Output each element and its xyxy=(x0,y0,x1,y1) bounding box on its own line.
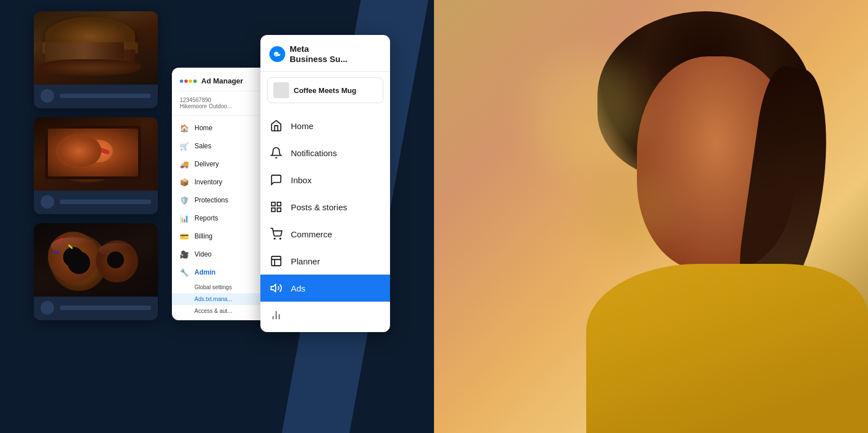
google-ads-logo xyxy=(180,79,197,83)
home-icon: 🏠 xyxy=(180,123,189,132)
svg-rect-5 xyxy=(272,208,275,211)
ad-manager-title: Ad Manager xyxy=(201,77,243,85)
food-card-curry xyxy=(34,117,158,214)
account-id: 1234567890 xyxy=(180,97,271,103)
meta-planner-icon xyxy=(269,254,283,268)
delivery-icon: 🚚 xyxy=(180,160,189,169)
card-dot xyxy=(41,89,54,103)
svg-rect-6 xyxy=(277,208,281,211)
video-icon: 🎥 xyxy=(180,250,189,259)
meta-title-line1: Meta xyxy=(290,44,309,54)
meta-nav-inbox[interactable]: Inbox xyxy=(260,166,390,193)
donut-image xyxy=(34,223,158,297)
meta-nav-home[interactable]: Home xyxy=(260,112,390,139)
food-card-burger xyxy=(34,11,158,108)
global-settings-label: Global settings xyxy=(194,284,232,290)
meta-nav-notifications[interactable]: Notifications xyxy=(260,139,390,166)
card-line xyxy=(60,200,151,204)
business-name-label: Coffee Meets Mug xyxy=(294,86,356,95)
meta-logo-icon: ⊕ xyxy=(272,49,282,59)
meta-business-panel: ⊕ Meta Business Su... Coffee Meets Mug H… xyxy=(260,35,390,332)
meta-nav-commerce-label: Commerce xyxy=(291,229,332,239)
meta-nav: Home Notifications Inbox xyxy=(260,109,390,332)
meta-nav-posts[interactable]: Posts & stories xyxy=(260,193,390,220)
ad-nav-sales-label: Sales xyxy=(194,142,211,150)
business-selector[interactable]: Coffee Meets Mug xyxy=(267,77,383,103)
donut-card-bottom xyxy=(34,297,158,320)
ad-nav-reports-label: Reports xyxy=(194,214,218,222)
business-avatar xyxy=(273,82,289,98)
ad-nav-admin-label: Admin xyxy=(194,268,215,276)
card-line xyxy=(60,94,151,98)
ad-nav-billing-label: Billing xyxy=(194,232,212,240)
admin-icon: 🔧 xyxy=(180,268,189,277)
svg-point-7 xyxy=(274,238,275,239)
curry-image xyxy=(34,117,158,191)
logo-dot-yellow xyxy=(189,79,192,83)
logo-dot-red xyxy=(184,79,188,83)
meta-nav-inbox-label: Inbox xyxy=(291,175,312,185)
curry-card-bottom xyxy=(34,191,158,214)
meta-ads-icon xyxy=(269,281,283,295)
burger-card-bottom xyxy=(34,85,158,108)
meta-bell-icon xyxy=(269,146,283,160)
reports-icon: 📊 xyxy=(180,214,189,223)
meta-chart-icon xyxy=(269,308,283,322)
sales-icon: 🛒 xyxy=(180,142,189,151)
ad-nav-home-label: Home xyxy=(194,124,212,132)
card-dot xyxy=(41,195,54,209)
food-card-donut xyxy=(34,223,158,320)
ad-nav-delivery-label: Delivery xyxy=(194,160,219,168)
ad-nav-inventory-label: Inventory xyxy=(194,178,222,186)
meta-posts-icon xyxy=(269,200,283,214)
svg-point-8 xyxy=(280,238,281,239)
protections-icon: 🛡️ xyxy=(180,196,189,205)
meta-nav-notifications-label: Notifications xyxy=(291,148,337,158)
burger-image xyxy=(34,11,158,85)
meta-header: ⊕ Meta Business Su... xyxy=(260,35,390,72)
ad-nav-protections-label: Protections xyxy=(194,196,228,204)
bg-right xyxy=(434,0,868,433)
meta-nav-commerce[interactable]: Commerce xyxy=(260,220,390,248)
meta-title-line2: Business Su... xyxy=(290,54,348,64)
inventory-icon: 📦 xyxy=(180,178,189,187)
svg-marker-10 xyxy=(271,285,276,292)
logo-dot-green xyxy=(193,79,197,83)
meta-logo-circle: ⊕ xyxy=(269,46,285,62)
access-label: Access & aut... xyxy=(194,308,232,314)
meta-nav-planner[interactable]: Planner xyxy=(260,248,390,275)
card-dot xyxy=(41,301,54,315)
svg-rect-3 xyxy=(272,202,275,206)
meta-inbox-icon xyxy=(269,173,283,187)
billing-icon: 💳 xyxy=(180,232,189,241)
meta-cart-icon xyxy=(269,227,283,241)
meta-nav-ads-label: Ads xyxy=(291,284,305,293)
ad-nav-video-label: Video xyxy=(194,250,211,258)
meta-nav-posts-label: Posts & stories xyxy=(291,202,347,212)
card-line xyxy=(60,306,151,310)
meta-nav-home-label: Home xyxy=(291,121,313,131)
ads-txt-label: Ads.txt.mana... xyxy=(194,296,232,302)
meta-title: Meta Business Su... xyxy=(290,44,348,64)
company-name: Hikemoore Outdoo... xyxy=(180,103,271,109)
svg-text:⊕: ⊕ xyxy=(273,50,279,58)
svg-rect-4 xyxy=(277,202,281,206)
logo-dot-blue xyxy=(180,79,183,83)
meta-nav-planner-label: Planner xyxy=(291,257,320,266)
meta-home-icon xyxy=(269,119,283,132)
food-cards-container xyxy=(34,11,158,320)
meta-nav-insights[interactable] xyxy=(260,302,390,329)
meta-nav-ads[interactable]: Ads xyxy=(260,275,390,302)
svg-rect-9 xyxy=(272,257,281,266)
